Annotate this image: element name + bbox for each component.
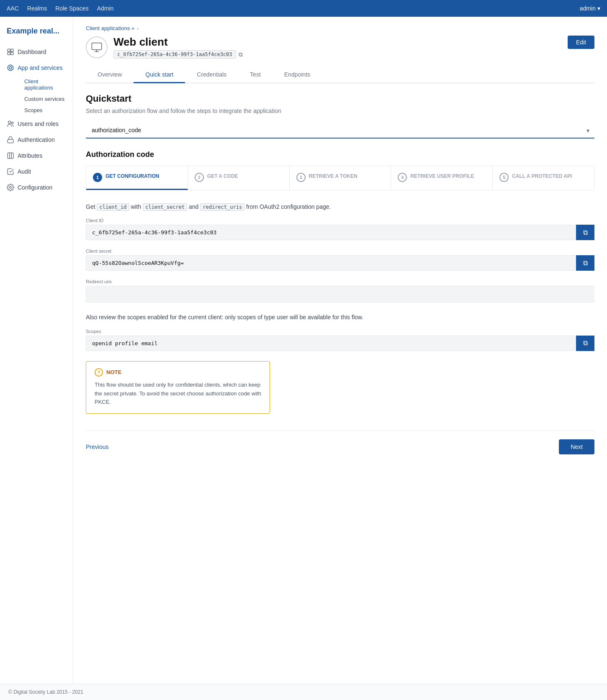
svg-point-12 xyxy=(10,187,12,189)
step-2-number: 2 xyxy=(195,173,204,182)
redirect-uris-field[interactable] xyxy=(86,286,594,303)
scopes-row: openid profile email ⧉ xyxy=(86,336,594,351)
auth-code-title: Authorization code xyxy=(86,150,594,159)
admin-menu[interactable]: admin ▾ xyxy=(580,5,600,12)
svg-point-7 xyxy=(11,122,13,124)
sidebar-item-attributes[interactable]: Attributes xyxy=(0,148,73,164)
step-3-header: 3 RETRIEVE A TOKEN xyxy=(296,173,384,182)
step-1[interactable]: 1 GET CONFIGURATION xyxy=(86,166,188,190)
step-2-label: GET A CODE xyxy=(207,173,238,180)
edit-button[interactable]: Edit xyxy=(568,36,594,49)
client-id-badge: c_6fb725ef-265a-4c36-99f3-1aa5f4ce3c03 ⧉ xyxy=(113,50,243,59)
sidebar-item-app[interactable]: App and services xyxy=(0,60,73,76)
previous-button[interactable]: Previous xyxy=(86,444,108,450)
footer: © Digital Society Lab 2015 - 2021 xyxy=(0,684,607,700)
page-header-info: Web client c_6fb725ef-265a-4c36-99f3-1aa… xyxy=(113,36,243,59)
tab-overview[interactable]: Overview xyxy=(86,67,134,83)
step-4[interactable]: 4 RETRIEVE USER PROFILE xyxy=(391,166,493,190)
step-4-number: 4 xyxy=(398,173,407,182)
next-button[interactable]: Next xyxy=(559,439,594,454)
page-header-left: Web client c_6fb725ef-265a-4c36-99f3-1aa… xyxy=(86,36,243,59)
copy-client-id-button[interactable]: ⧉ xyxy=(576,225,594,240)
breadcrumb: Client applications » › xyxy=(86,25,594,31)
sidebar-item-dashboard-label: Dashboard xyxy=(18,49,46,55)
chevron-down-icon: ▾ xyxy=(597,5,600,12)
users-icon xyxy=(7,120,14,128)
svg-rect-9 xyxy=(8,153,13,159)
scopes-field-group: Scopes openid profile email ⧉ xyxy=(86,329,594,351)
page-title: Web client xyxy=(113,36,243,49)
description-line: Get client_id with client_secret and red… xyxy=(86,202,594,211)
copy-client-secret-button[interactable]: ⧉ xyxy=(576,255,594,271)
copy-scopes-button[interactable]: ⧉ xyxy=(576,336,594,351)
copy-client-id-icon[interactable]: ⧉ xyxy=(239,51,243,58)
tab-credentials[interactable]: Credentials xyxy=(185,67,238,83)
breadcrumb-link[interactable]: Client applications » xyxy=(86,25,134,31)
dashboard-icon xyxy=(7,48,14,56)
step-1-header: 1 GET CONFIGURATION xyxy=(93,173,181,182)
quickstart-subtitle: Select an authorization flow and follow … xyxy=(86,108,594,114)
sidebar-item-config[interactable]: Configuration xyxy=(0,179,73,195)
svg-rect-1 xyxy=(11,49,13,51)
copy-icon-secret: ⧉ xyxy=(583,259,588,267)
step-5-header: 5 CALL A PROTECTED API xyxy=(499,173,587,182)
sidebar-item-auth-label: Authentication xyxy=(18,136,55,143)
step-3[interactable]: 3 RETRIEVE A TOKEN xyxy=(290,166,391,190)
tab-quickstart[interactable]: Quick start xyxy=(134,67,185,83)
scopes-note: Also review the scopes enabled for the c… xyxy=(86,313,594,322)
client-id-value: c_6fb725ef-265a-4c36-99f3-1aa5f4ce3c03 xyxy=(113,50,236,59)
note-title: NOTE xyxy=(106,369,121,375)
sidebar-item-users[interactable]: Users and roles xyxy=(0,116,73,132)
footer-text: © Digital Society Lab 2015 - 2021 xyxy=(8,689,83,695)
step-3-number: 3 xyxy=(296,173,306,182)
sidebar-item-app-label: App and services xyxy=(18,64,62,71)
sidebar-item-dashboard[interactable]: Dashboard xyxy=(0,44,73,60)
copy-icon: ⧉ xyxy=(583,229,588,236)
admin-label: admin xyxy=(580,5,596,12)
client-secret-label: Client secret xyxy=(86,249,594,254)
scopes-label: Scopes xyxy=(86,329,594,334)
note-box: ? NOTE This flow should be used only for… xyxy=(86,361,270,414)
nav-realms[interactable]: Realms xyxy=(27,5,47,12)
client-secret-field: qQ-55s82OawnolScoeAR3KpuVfg= xyxy=(86,255,576,271)
scopes-field: openid profile email xyxy=(86,336,576,351)
svg-point-4 xyxy=(8,65,13,71)
client-id-field-group: Client ID c_6fb725ef-265a-4c36-99f3-1aa5… xyxy=(86,218,594,240)
nav-aac[interactable]: AAC xyxy=(7,5,19,12)
sidebar: Example real... Dashboard App and servic… xyxy=(0,17,73,684)
step-2[interactable]: 2 GET A CODE xyxy=(188,166,290,190)
sidebar-sub-scopes[interactable]: Scopes xyxy=(18,105,73,116)
flow-dropdown[interactable]: authorization_code implicit client_crede… xyxy=(86,123,594,138)
sidebar-item-auth[interactable]: Authentication xyxy=(0,132,73,148)
svg-rect-2 xyxy=(8,52,10,55)
page-header: Web client c_6fb725ef-265a-4c36-99f3-1aa… xyxy=(86,36,594,59)
tab-test[interactable]: Test xyxy=(238,67,273,83)
svg-point-5 xyxy=(9,67,12,69)
tab-endpoints[interactable]: Endpoints xyxy=(273,67,322,83)
sidebar-item-attributes-label: Attributes xyxy=(18,152,42,159)
config-icon xyxy=(7,184,14,191)
top-nav: AAC Realms Role Spaces Admin admin ▾ xyxy=(0,0,607,17)
step-2-header: 2 GET A CODE xyxy=(195,173,283,182)
sidebar-item-audit[interactable]: Audit xyxy=(0,164,73,179)
svg-rect-13 xyxy=(92,43,101,49)
sidebar-sub-client-apps[interactable]: Client applications xyxy=(18,76,73,93)
step-1-number: 1 xyxy=(93,173,102,182)
sidebar-item-audit-label: Audit xyxy=(18,168,31,175)
svg-rect-3 xyxy=(11,52,13,55)
attributes-icon xyxy=(7,152,14,159)
nav-rolespaces[interactable]: Role Spaces xyxy=(55,5,88,12)
redirect-uris-label: Redirect uris xyxy=(86,279,594,284)
realm-title: Example real... xyxy=(0,23,73,44)
step-5[interactable]: 5 CALL A PROTECTED API xyxy=(493,166,594,190)
copy-icon-scopes: ⧉ xyxy=(583,339,588,347)
client-id-label: Client ID xyxy=(86,218,594,223)
nav-admin[interactable]: Admin xyxy=(97,5,114,12)
client-secret-row: qQ-55s82OawnolScoeAR3KpuVfg= ⧉ xyxy=(86,255,594,271)
redirect-uris-field-group: Redirect uris xyxy=(86,279,594,303)
step-3-label: RETRIEVE A TOKEN xyxy=(309,173,358,180)
auth-icon xyxy=(7,136,14,144)
client-secret-field-group: Client secret qQ-55s82OawnolScoeAR3KpuVf… xyxy=(86,249,594,271)
step-5-label: CALL A PROTECTED API xyxy=(512,173,572,180)
sidebar-sub-custom-services[interactable]: Custom services xyxy=(18,93,73,105)
